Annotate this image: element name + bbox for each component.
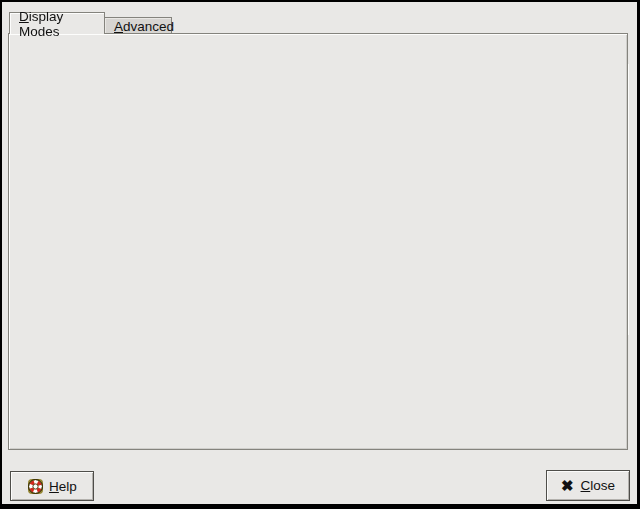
close-x-icon: ✖ <box>561 477 574 495</box>
help-button-label: Help <box>49 479 77 494</box>
tab-advanced-label: Advanced <box>114 19 174 34</box>
tab-display-modes-label: Display Modes <box>19 9 95 39</box>
close-button-label: Close <box>581 478 616 493</box>
lifebuoy-help-icon <box>27 478 44 495</box>
tab-display-modes[interactable]: Display Modes <box>9 12 105 34</box>
display-modes-panel <box>8 33 628 450</box>
help-button[interactable]: Help <box>10 471 94 501</box>
screensaver-preferences-dialog: Display Modes Advanced Mode: Only One Sc… <box>0 0 640 509</box>
close-button[interactable]: ✖ Close <box>546 470 630 501</box>
tab-advanced[interactable]: Advanced <box>104 17 172 34</box>
